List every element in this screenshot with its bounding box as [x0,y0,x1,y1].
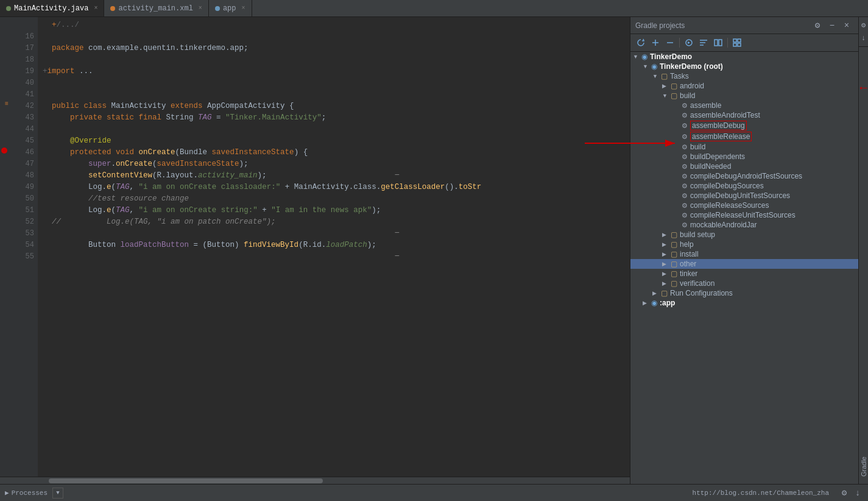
bottom-right-btns: ⚙ ↓ [839,488,863,499]
bottom-gear-btn[interactable]: ⚙ [839,488,850,499]
gradle-add-btn[interactable] [649,36,662,49]
tree-item-tinkerdemo-root[interactable]: ▼◉TinkerDemo [630,52,858,62]
cast-button: Button [207,240,235,251]
tree-label-assemble: assemble [690,101,721,110]
gutter-line-11 [0,133,13,144]
tree-item-assembleandroidtest[interactable]: ⚙assembleAndroidTest [630,110,858,120]
tree-item-compiledebugandroidtestsources[interactable]: ⚙compileDebugAndroidTestSources [630,171,858,181]
tree-item-tasks[interactable]: ▼▢Tasks [630,71,858,81]
line-num-43: 43 [13,112,34,124]
stripe-gear-btn[interactable]: ⚙ [858,20,869,30]
tab-app[interactable]: app × [209,0,252,16]
tree-item-assemble[interactable]: ⚙assemble [630,101,858,110]
line-num-42: 42 [13,101,34,112]
id-loadpatch: loadPatch [326,240,367,251]
tab-activity-main[interactable]: activity_main.xml × [104,0,208,16]
tree-arrow-app: ▶ [643,300,651,306]
gutter-line-2 [0,29,13,40]
folder-icon-other: ▢ [671,260,677,268]
gradle-align-btn[interactable] [697,36,710,49]
type-bundle: Bundle [180,147,212,158]
processes-item[interactable]: ▶ Processes [5,489,48,497]
kw-public: public [43,101,84,112]
var-tag: TAG [198,112,212,124]
str-51a: "i am on onCreate string:" [139,205,258,216]
code-lines[interactable]: +/.../ package com.example.quentin.tinke… [38,17,630,477]
tree-label-install: install [680,250,699,258]
tree-arrow-tasks: ▼ [652,73,661,79]
tree-item-assembledebug[interactable]: ⚙assembleDebug [630,120,858,131]
tree-item-tinkerdemo-sub[interactable]: ▼◉TinkerDemo (root) [630,62,858,71]
tab-close-mainactivity[interactable]: × [94,5,97,12]
folder-icon-android: ▢ [671,82,677,90]
gradle-remove-btn[interactable] [663,36,677,49]
tree-item-buildneeded[interactable]: ⚙buildNeeded [630,162,858,171]
arg-tag-49: TAG [116,182,130,193]
gradle-refresh-btn[interactable] [634,36,647,49]
code-scrollbar[interactable] [0,477,630,484]
code-scrollbar-thumb[interactable] [49,478,323,483]
tree-item-compilereleasesources[interactable]: ⚙compileReleaseSources [630,201,858,210]
stripe-label-container[interactable]: Gradle [860,452,867,479]
processes-dropdown[interactable]: ▼ [52,488,63,499]
tree-item-tinker[interactable]: ▶▢tinker [630,269,858,279]
tree-item-verification[interactable]: ▶▢verification [630,279,858,288]
svg-rect-11 [733,43,736,46]
tree-item-buildsetup[interactable]: ▶▢build setup [630,230,858,240]
indent-48 [43,170,88,182]
tree-item-compiledebugsources[interactable]: ⚙compileDebugSources [630,181,858,191]
gradle-run-btn[interactable] [682,36,696,49]
task-gear-compilereleaseunittestsources: ⚙ [682,211,688,219]
gradle-side-stripe: ⚙ ↓ ← Gradle [858,17,868,484]
tab-dot-app [215,6,220,11]
tree-item-assemblerelease[interactable]: ⚙assembleRelease [630,131,858,142]
gradle-minimize-btn[interactable]: − [825,19,839,32]
tree-item-install[interactable]: ▶▢install [630,249,858,259]
open-48: (R.layout. [152,170,198,182]
gradle-tree[interactable]: ▼◉TinkerDemo▼◉TinkerDemo (root)▼▢Tasks▶▢… [630,52,858,484]
tab-mainactivity[interactable]: MainActivity.java × [0,0,104,16]
tab-close-activity-main[interactable]: × [199,5,202,12]
gradle-cols-btn[interactable] [711,36,725,49]
paren-close: ) { [294,147,308,158]
tree-label-compiledebugandroidtestsources: compileDebugAndroidTestSources [690,172,802,180]
tree-item-compiledebugunitdestsources[interactable]: ⚙compileDebugUnitTestSources [630,191,858,201]
code-line-fold: +/.../ [43,20,625,31]
tree-item-runconfigs[interactable]: ▶▢Run Configurations [630,288,858,298]
tree-item-build[interactable]: ▼▢build [630,91,858,101]
tree-item-builddependents[interactable]: ⚙buildDependents [630,152,858,162]
close-cast: ) [235,240,244,251]
code-line-44 [43,124,625,135]
var-loadpatch: loadPatchButton [121,240,189,251]
gutter-line-7 [0,87,13,98]
code-gutter: ≡ [0,17,13,477]
gradle-close-btn[interactable]: × [840,19,853,32]
gradle-settings-btn[interactable]: ⚙ [811,19,824,32]
tab-close-app[interactable]: × [241,5,245,12]
tree-item-mockableandroidjar[interactable]: ⚙mockableAndroidJar [630,220,858,230]
tree-item-help[interactable]: ▶▢help [630,240,858,249]
code-line-41 [43,89,625,101]
type-string: String [166,112,199,124]
tree-item-build2[interactable]: ⚙build [630,142,858,152]
close-47: ); [239,158,249,170]
diff-markers: − − − [395,169,400,262]
gradle-sep-2 [727,38,728,48]
gutter-line-16 [0,191,13,202]
layout-name: activity_main [198,170,258,182]
gradle-grid-btn[interactable] [730,36,744,49]
tree-item-app[interactable]: ▶◉:app [630,298,858,308]
tree-item-android[interactable]: ▶▢android [630,81,858,91]
tree-item-other[interactable]: ▶▢other [630,259,858,269]
module-icon: ◉ [651,62,657,71]
semicolon-1: ; [244,43,249,54]
code-line-17: package com.example.quentin.tinkerdemo.a… [43,43,625,54]
fold-import: + [43,66,48,77]
tree-label-tinkerdemo-sub: TinkerDemo (root) [660,62,723,71]
tree-arrow-tinkerdemo-sub: ▼ [643,63,651,69]
tree-item-compilereleaseunittestsources[interactable]: ⚙compileReleaseUnitTestSources [630,210,858,220]
bottom-download-btn[interactable]: ↓ [852,488,863,499]
gutter-line-18 [0,214,13,226]
stripe-down-btn[interactable]: ↓ [858,33,869,44]
breakpoint-icon [1,147,7,154]
